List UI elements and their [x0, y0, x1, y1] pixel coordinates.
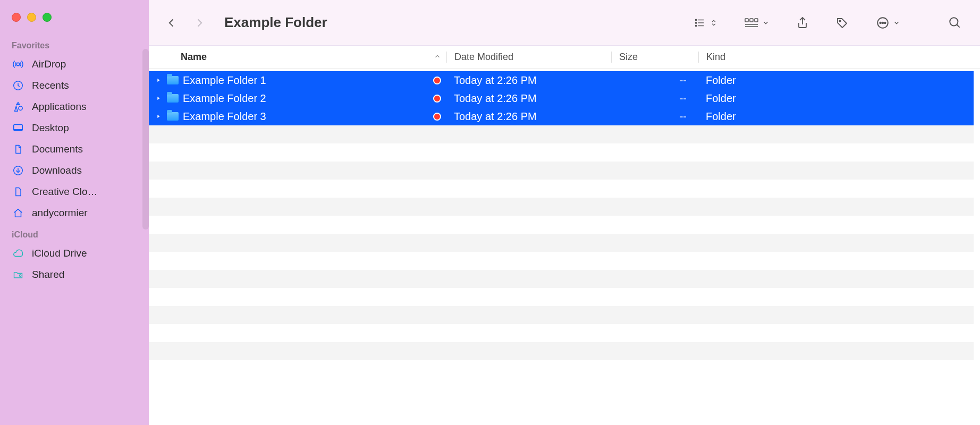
shared-folder-icon — [12, 268, 24, 281]
empty-row — [149, 198, 974, 216]
disclosure-triangle-icon[interactable] — [154, 78, 163, 83]
file-name: Example Folder 1 — [183, 74, 266, 87]
disclosure-triangle-icon[interactable] — [154, 114, 163, 119]
empty-row — [149, 252, 974, 270]
sidebar: Favorites AirDrop Recents Applications D… — [0, 0, 149, 425]
svg-point-0 — [16, 63, 20, 66]
svg-point-6 — [696, 22, 697, 23]
sidebar-item-label: Shared — [32, 269, 64, 280]
clock-icon — [12, 79, 24, 92]
column-header-label: Name — [181, 52, 207, 63]
applications-icon — [12, 100, 24, 113]
file-date-modified: Today at 2:26 PM — [446, 92, 611, 105]
tag-dot-icon — [433, 113, 441, 121]
sidebar-item-downloads[interactable]: Downloads — [0, 160, 149, 181]
sort-ascending-icon — [434, 52, 441, 63]
column-headers: Name Date Modified Size Kind — [149, 46, 980, 69]
search-button[interactable] — [944, 13, 966, 33]
sidebar-section-favorites-title: Favorites — [0, 35, 149, 54]
column-header-label: Size — [619, 52, 638, 62]
file-date-modified: Today at 2:26 PM — [446, 110, 611, 123]
home-icon — [12, 207, 24, 219]
empty-row — [149, 143, 974, 162]
fullscreen-window-button[interactable] — [43, 13, 52, 22]
cloud-icon — [12, 247, 24, 260]
file-kind: Folder — [698, 74, 974, 87]
sidebar-item-label: iCloud Drive — [32, 248, 87, 259]
empty-row — [149, 180, 974, 198]
sidebar-item-label: Downloads — [32, 165, 82, 176]
more-actions-button[interactable] — [872, 13, 905, 33]
sidebar-item-desktop[interactable]: Desktop — [0, 117, 149, 139]
sidebar-item-label: Recents — [32, 80, 69, 91]
column-header-size[interactable]: Size — [611, 52, 698, 63]
sidebar-item-recents[interactable]: Recents — [0, 75, 149, 96]
sidebar-item-icloud-drive[interactable]: iCloud Drive — [0, 243, 149, 264]
tag-dot-icon — [433, 76, 441, 84]
desktop-icon — [12, 122, 24, 134]
group-icon — [744, 17, 759, 29]
window-title: Example Folder — [224, 14, 327, 31]
empty-row — [149, 306, 974, 324]
svg-point-7 — [696, 25, 697, 26]
sidebar-item-label: andycormier — [32, 207, 88, 219]
file-row[interactable]: Example Folder 1Today at 2:26 PM--Folder — [149, 71, 974, 89]
file-row[interactable]: Example Folder 2Today at 2:26 PM--Folder — [149, 89, 974, 107]
empty-row — [149, 342, 974, 360]
download-icon — [12, 164, 24, 177]
column-header-kind[interactable]: Kind — [698, 52, 980, 63]
sidebar-scrollbar[interactable] — [142, 49, 149, 230]
document-icon — [12, 143, 24, 156]
folder-icon — [167, 94, 179, 103]
chevron-down-icon — [893, 19, 900, 27]
empty-row — [149, 234, 974, 252]
search-icon — [948, 16, 962, 30]
column-header-date-modified[interactable]: Date Modified — [446, 52, 611, 63]
svg-point-14 — [882, 22, 884, 23]
back-button[interactable] — [163, 12, 181, 33]
file-size: -- — [611, 92, 698, 105]
chevron-down-icon — [762, 19, 770, 27]
airdrop-icon — [12, 58, 24, 71]
sidebar-item-label: Applications — [32, 101, 86, 113]
column-header-label: Kind — [706, 52, 725, 62]
sidebar-item-shared[interactable]: Shared — [0, 264, 149, 285]
share-button[interactable] — [792, 13, 813, 33]
empty-row — [149, 288, 974, 306]
file-kind: Folder — [698, 92, 974, 105]
empty-row — [149, 270, 974, 288]
svg-point-11 — [839, 20, 841, 22]
file-row[interactable]: Example Folder 3Today at 2:26 PM--Folder — [149, 107, 974, 125]
sidebar-item-label: Desktop — [32, 122, 69, 134]
file-name: Example Folder 2 — [183, 92, 266, 105]
sidebar-section-icloud-title: iCloud — [0, 224, 149, 243]
svg-point-15 — [884, 22, 886, 23]
sidebar-item-label: AirDrop — [32, 58, 66, 70]
file-size: -- — [611, 74, 698, 87]
empty-row — [149, 162, 974, 180]
tag-icon — [835, 16, 849, 29]
list-view-icon — [693, 17, 707, 29]
minimize-window-button[interactable] — [27, 13, 36, 22]
file-icon — [12, 185, 24, 198]
close-window-button[interactable] — [12, 13, 21, 22]
sidebar-item-applications[interactable]: Applications — [0, 96, 149, 117]
file-list[interactable]: Example Folder 1Today at 2:26 PM--Folder… — [149, 69, 980, 425]
sidebar-item-documents[interactable]: Documents — [0, 139, 149, 160]
updown-chevron-icon — [710, 17, 717, 29]
sidebar-item-airdrop[interactable]: AirDrop — [0, 54, 149, 75]
svg-point-13 — [880, 22, 881, 23]
column-header-label: Date Modified — [454, 52, 513, 62]
file-date-modified: Today at 2:26 PM — [446, 74, 611, 87]
tag-dot-icon — [433, 95, 441, 103]
svg-rect-9 — [750, 19, 753, 22]
column-header-name[interactable]: Name — [149, 52, 446, 63]
tags-button[interactable] — [831, 13, 854, 32]
sidebar-item-creative-cloud[interactable]: Creative Clo… — [0, 181, 149, 202]
forward-button[interactable] — [190, 12, 208, 33]
sidebar-item-home[interactable]: andycormier — [0, 202, 149, 224]
group-by-button[interactable] — [740, 14, 774, 32]
view-mode-button[interactable] — [689, 14, 722, 32]
disclosure-triangle-icon[interactable] — [154, 96, 163, 101]
file-name: Example Folder 3 — [183, 110, 266, 123]
